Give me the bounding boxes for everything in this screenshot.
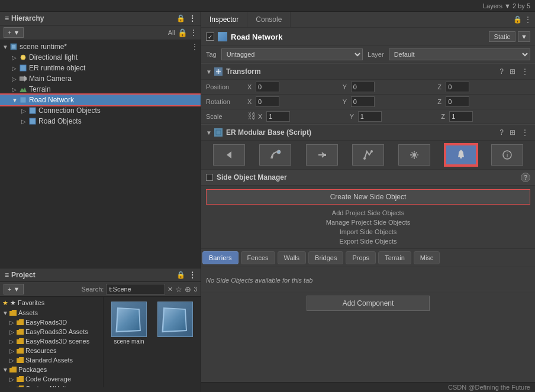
object-name-input[interactable] xyxy=(231,33,489,41)
more-panel-icon[interactable]: ⋮ xyxy=(524,15,531,24)
scene-more-icon[interactable]: ⋮ xyxy=(191,43,198,51)
hierarchy-item-er-runtime[interactable]: ▷ ER runtime object xyxy=(0,63,201,73)
pos-z-input[interactable] xyxy=(446,82,469,92)
manage-project-side-objects-row[interactable]: Manage Project Side Objects xyxy=(201,218,535,227)
static-button[interactable]: Static xyxy=(489,31,516,42)
lock-panel-icon[interactable]: 🔒 xyxy=(513,15,522,24)
hierarchy-item-connection-objects[interactable]: ▷ Connection Objects xyxy=(0,105,201,116)
tab-bridges[interactable]: Bridges xyxy=(308,251,343,264)
project-content: ★ ★ Favorites ▼ Assets ▷ EasyRoads3D xyxy=(0,297,201,387)
er-help-btn[interactable]: ? xyxy=(498,128,505,137)
tab-terrain[interactable]: Terrain xyxy=(378,251,411,264)
scale-y-input[interactable] xyxy=(358,111,382,122)
add-project-side-objects-row[interactable]: Add Project Side Objects xyxy=(201,208,535,218)
er-road-btn[interactable] xyxy=(259,144,291,166)
import-side-objects-row[interactable]: Import Side Objects xyxy=(201,227,535,237)
er-settings-btn[interactable]: ⊞ xyxy=(508,128,517,137)
search-filter-btn[interactable]: ⊕ xyxy=(185,285,191,294)
pos-x-input[interactable] xyxy=(256,82,279,92)
pos-y-axis: Y xyxy=(343,83,350,90)
hierarchy-item-label: Connection Objects xyxy=(38,106,101,115)
transform-header: ▼ Transform ? ⊞ ⋮ xyxy=(201,63,535,80)
er-back-btn[interactable] xyxy=(213,144,245,166)
object-active-checkbox[interactable]: ✓ xyxy=(206,33,214,41)
svg-rect-7 xyxy=(20,97,26,103)
hierarchy-item-directional-light[interactable]: ▷ Directional light xyxy=(0,52,201,63)
easyroads3d-assets-folder[interactable]: ▷ EasyRoads3D Assets xyxy=(0,327,103,336)
search-star-btn[interactable]: ☆ xyxy=(175,285,182,294)
hierarchy-scene-root[interactable]: ▼ scene runtime* ⋮ xyxy=(0,41,201,52)
er-info-btn[interactable]: i xyxy=(491,144,523,166)
som-checkbox[interactable] xyxy=(206,174,213,181)
add-component-button[interactable]: Add Component xyxy=(307,296,430,311)
static-dropdown[interactable]: ▼ xyxy=(518,31,530,42)
more-icon[interactable]: ⋮ xyxy=(189,14,196,22)
er-gear-btn[interactable] xyxy=(398,144,430,166)
hierarchy-item-label: ER runtime object xyxy=(29,64,85,72)
er-arrow-btn[interactable] xyxy=(306,144,338,166)
asset-scene-main[interactable]: scene main xyxy=(108,302,150,345)
som-title: Side Object Manager xyxy=(217,173,521,182)
project-search-input[interactable] xyxy=(106,284,165,294)
tab-console[interactable]: Console xyxy=(247,12,291,27)
tab-inspector[interactable]: Inspector xyxy=(201,12,247,27)
tab-misc[interactable]: Misc xyxy=(414,251,440,264)
er-component-name: ER Modular Base (Script) xyxy=(226,128,498,137)
object-icon xyxy=(218,32,227,41)
rot-x-input[interactable] xyxy=(256,96,279,107)
hierarchy-item-road-network[interactable]: ▼ Road Network xyxy=(0,95,201,105)
lock-icon[interactable]: 🔒 xyxy=(176,14,185,22)
rotation-fields: X Y Z xyxy=(247,96,530,107)
standard-assets-folder[interactable]: ▷ Standard Assets xyxy=(0,355,103,365)
hierarchy-item-road-objects[interactable]: ▷ Road Objects xyxy=(0,116,201,127)
assets-folder[interactable]: ▼ Assets xyxy=(0,308,103,318)
er-component-actions: ? ⊞ ⋮ xyxy=(498,128,530,137)
rot-z-input[interactable] xyxy=(446,96,469,107)
easyroads3d-scenes-folder[interactable]: ▷ EasyRoads3D scenes xyxy=(0,336,103,346)
svg-marker-5 xyxy=(24,76,27,82)
scale-x-input[interactable] xyxy=(266,111,290,122)
add-hierarchy-button[interactable]: + ▼ xyxy=(4,27,24,38)
som-help-btn[interactable]: ? xyxy=(521,173,530,182)
svg-rect-3 xyxy=(20,65,26,71)
resources-folder[interactable]: ▷ Resources xyxy=(0,346,103,355)
project-hamburger-icon[interactable]: ≡ xyxy=(5,271,9,279)
er-more-btn[interactable]: ⋮ xyxy=(520,128,530,137)
pos-y-input[interactable] xyxy=(351,82,375,92)
tag-select[interactable]: Untagged xyxy=(221,48,363,60)
project-more-icon[interactable]: ⋮ xyxy=(189,271,196,279)
hierarchy-item-terrain[interactable]: ▷ Terrain xyxy=(0,84,201,95)
er-connection-btn[interactable] xyxy=(352,144,384,166)
more-hierarchy-icon[interactable]: ⋮ xyxy=(190,28,197,37)
transform-more-btn[interactable]: ⋮ xyxy=(520,67,530,76)
transform-help-btn[interactable]: ? xyxy=(498,67,505,76)
custom-nunit-folder[interactable]: ▷ Custom NUnit xyxy=(0,384,103,387)
scale-z-input[interactable] xyxy=(449,111,473,122)
side-obj-header: Side Object Manager ? xyxy=(201,170,535,186)
tab-barriers[interactable]: Barriers xyxy=(202,251,239,264)
hierarchy-item-label: Road Objects xyxy=(38,117,82,125)
tab-props[interactable]: Props xyxy=(346,251,376,264)
code-coverage-folder[interactable]: ▷ Code Coverage xyxy=(0,374,103,384)
hamburger-icon[interactable]: ≡ xyxy=(5,14,9,22)
tab-fences[interactable]: Fences xyxy=(241,251,275,264)
easyroads3d-folder[interactable]: ▷ EasyRoads3D xyxy=(0,318,103,327)
packages-folder[interactable]: ▼ Packages xyxy=(0,365,103,374)
project-lock-icon[interactable]: 🔒 xyxy=(176,271,185,279)
svg-rect-8 xyxy=(30,108,36,114)
rot-y-input[interactable] xyxy=(351,96,375,107)
hierarchy-item-main-camera[interactable]: ▷ Main Camera xyxy=(0,73,201,84)
create-new-side-object-btn[interactable]: Create New Side Object xyxy=(206,189,530,205)
lock-hierarchy-btn[interactable]: 🔒 xyxy=(178,28,188,37)
er-bell-btn[interactable] xyxy=(445,144,477,166)
asset-icon-inner xyxy=(115,307,140,332)
layer-select[interactable]: Default xyxy=(389,48,530,60)
asset-scene-main-2[interactable] xyxy=(154,302,196,345)
transform-settings-btn[interactable]: ⊞ xyxy=(508,67,517,76)
tab-walls[interactable]: Walls xyxy=(278,251,306,264)
add-project-button[interactable]: + ▼ xyxy=(4,284,24,294)
search-clear-btn[interactable]: ✕ xyxy=(167,286,173,293)
favorites-item[interactable]: ★ ★ Favorites xyxy=(0,298,103,308)
pos-z-field: Z xyxy=(437,82,530,92)
export-side-objects-row[interactable]: Export Side Objects xyxy=(201,237,535,246)
